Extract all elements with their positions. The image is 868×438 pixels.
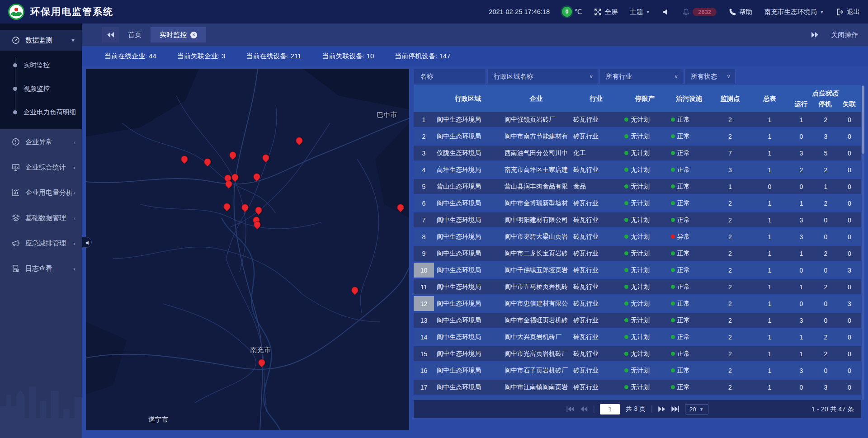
cell-region: 阆中生态环境局	[434, 212, 502, 227]
chevron-down-icon: ▼	[71, 38, 75, 43]
table-row[interactable]: 9阆中生态环境局阆中市二龙长宝页岩砖砖瓦行业无计划正常21120	[414, 246, 861, 261]
cell-facility-status: 正常	[668, 363, 710, 378]
next-page-button[interactable]	[658, 406, 665, 412]
cell-halt-count: 0	[814, 313, 838, 328]
total-pages-label: 共 3 页	[626, 405, 646, 413]
help-label: 帮助	[739, 8, 752, 16]
table-row[interactable]: 11阆中生态环境局阆中市五马桥页岩机砖砖瓦行业无计划正常21120	[414, 279, 861, 294]
fullscreen-button[interactable]: 全屏	[594, 8, 618, 16]
cell-stop-status: 无计划	[622, 229, 668, 244]
fullscreen-label: 全屏	[604, 8, 618, 16]
chevron-left-icon: ‹	[74, 240, 75, 247]
table-scrollbar[interactable]	[862, 85, 864, 400]
status-dot	[624, 168, 628, 172]
page-number-input[interactable]	[600, 404, 620, 414]
cell-monitor-points: 2	[710, 363, 750, 378]
cell-lost-count: 0	[838, 196, 861, 211]
sidebar-item-log-view[interactable]: 日志查看‹	[0, 256, 82, 281]
status-dot	[624, 385, 628, 389]
table-row[interactable]: 6阆中生态环境局阆中市金博瑞新型墙材砖瓦行业无计划正常21120	[414, 196, 861, 211]
industry-filter-select[interactable]: 所有行业 ∨	[599, 69, 683, 84]
map[interactable]: 巴中市南充市遂宁市	[86, 69, 409, 430]
cell-lost-count: 0	[838, 279, 861, 294]
cell-total-meters: 1	[750, 146, 789, 160]
sidebar-group-label: 数据监测	[25, 36, 52, 45]
table-row[interactable]: 7阆中生态环境局阆中明阳建材有限公司砖瓦行业无计划正常21300	[414, 212, 861, 227]
cell-monitor-points: 1	[710, 179, 750, 194]
help-button[interactable]: 帮助	[729, 8, 752, 16]
first-page-button[interactable]	[566, 406, 574, 412]
logout-button[interactable]: 退出	[836, 8, 860, 16]
notifications[interactable]: 2632	[682, 8, 717, 16]
tab-close-icon[interactable]: ✕	[190, 32, 197, 38]
cell-stop-status: 无计划	[622, 179, 668, 194]
table-row[interactable]: 2阆中生态环境局阆中市南方节能建材有砖瓦行业无计划正常21030	[414, 129, 861, 144]
table-row[interactable]: 18南部生态环境局南部县科华水泥有限公建材行业无计划正常21120	[414, 396, 861, 400]
tab-realtime-monitor[interactable]: 实时监控 ✕	[151, 27, 206, 42]
sidebar-item-base-data[interactable]: 基础数据管理‹	[0, 205, 82, 231]
table-row[interactable]: 10阆中生态环境局阆中千佛镇五郎垭页岩砖瓦行业无计划正常21003	[414, 263, 861, 278]
pagination-bar: 共 3 页 20 ▼ 1 - 20 共 47 条	[414, 400, 861, 418]
close-operations-button[interactable]: 关闭操作	[831, 31, 858, 39]
page-size-value: 20	[689, 406, 696, 413]
table-row[interactable]: 4高坪生态环境局南充市高坪区王家店建砖瓦行业无计划正常31220	[414, 162, 861, 177]
cell-facility-status: 异常	[668, 229, 710, 244]
double-right-arrow-icon[interactable]	[811, 32, 819, 38]
table-row[interactable]: 3仪陇生态环境局西南油气田分公司川中化工无计划正常71350	[414, 146, 861, 160]
cell-region: 阆中生态环境局	[434, 196, 502, 211]
prev-page-button[interactable]	[580, 406, 588, 412]
table-row[interactable]: 16阆中生态环境局阆中市石子页岩机砖厂砖瓦行业无计划正常21300	[414, 363, 861, 378]
sidebar-item-realtime-monitor[interactable]: 实时监控	[0, 53, 82, 77]
cell-total-meters: 1	[750, 129, 789, 144]
cell-total-meters: 1	[750, 313, 789, 328]
cell-seq: 8	[414, 229, 434, 244]
cell-region: 阆中生态环境局	[434, 279, 502, 294]
cell-region: 仪陇生态环境局	[434, 146, 502, 160]
status-filter-select[interactable]: 所有状态 ∨	[684, 69, 736, 84]
org-dropdown[interactable]: 南充市生态环境局 ▼	[764, 8, 824, 16]
col-company: 企业	[502, 85, 571, 112]
last-page-button[interactable]	[671, 406, 679, 412]
name-filter-input[interactable]	[420, 73, 481, 80]
cell-monitor-points: 2	[710, 380, 750, 395]
table-row[interactable]: 1阆中生态环境局阆中强锐页岩砖厂砖瓦行业无计划正常21120	[414, 112, 861, 127]
table-row[interactable]: 12阆中生态环境局阆中市忠信建材有限公砖瓦行业无计划正常21003	[414, 296, 861, 311]
sidebar-item-emergency-reduction[interactable]: 应急减排管理‹	[0, 231, 82, 256]
fullscreen-icon	[594, 8, 602, 16]
table-row[interactable]: 17阆中生态环境局阆中市江南镇阆南页岩砖瓦行业无计划正常21030	[414, 380, 861, 395]
table-row[interactable]: 5营山生态环境局营山县润丰肉食品有限食品无计划正常10010	[414, 179, 861, 194]
tab-home[interactable]: 首页	[119, 27, 151, 42]
chevron-down-icon: ▼	[820, 9, 824, 14]
cell-monitor-points: 2	[710, 396, 750, 400]
mute-button[interactable]	[662, 8, 670, 16]
tab-label: 实时监控	[160, 31, 187, 39]
cell-industry: 砖瓦行业	[571, 313, 622, 328]
table-row[interactable]: 14阆中生态环境局阆中大兴页岩机砖厂砖瓦行业无计划正常21120	[414, 330, 861, 344]
table-row[interactable]: 15阆中生态环境局阆中市光富页岩机砖厂砖瓦行业无计划正常21120	[414, 346, 861, 361]
sidebar-item-company-abnormal[interactable]: 企业异常‹	[0, 129, 82, 155]
name-filter[interactable]	[414, 69, 486, 84]
sidebar-item-power-analysis[interactable]: 企业用电量分析‹	[0, 180, 82, 205]
sidebar-item-power-load-detail[interactable]: 企业电力负荷明细	[0, 100, 82, 124]
cell-run-count: 1	[789, 396, 814, 400]
cell-run-count: 2	[789, 162, 814, 177]
status-dot	[671, 352, 675, 356]
page-size-select[interactable]: 20 ▼	[685, 404, 708, 414]
col-seq	[414, 85, 434, 112]
cell-total-meters: 1	[750, 196, 789, 211]
cell-region: 阆中生态环境局	[434, 129, 502, 144]
table-row[interactable]: 13阆中生态环境局阆中市金福旺页岩机砖砖瓦行业无计划正常21300	[414, 313, 861, 328]
col-monitor: 监测点	[710, 85, 750, 112]
tabs-scroll-left-button[interactable]	[102, 27, 119, 42]
theme-dropdown[interactable]: 主题 ▼	[630, 8, 650, 16]
sidebar-item-video-monitor[interactable]: 视频监控	[0, 77, 82, 100]
table-row[interactable]: 8阆中生态环境局阆中市枣碧大梁山页岩砖瓦行业无计划异常21300	[414, 229, 861, 244]
cell-lost-count: 0	[838, 162, 861, 177]
sidebar-group-data-monitor[interactable]: 数据监测 ▼	[0, 30, 82, 51]
skyline-decoration	[0, 352, 82, 438]
cell-company: 阆中强锐页岩砖厂	[502, 112, 571, 127]
cell-industry: 食品	[571, 179, 622, 194]
region-filter-select[interactable]: 行政区域名称 ∨	[487, 69, 598, 84]
chevron-left-icon: ‹	[74, 265, 75, 272]
sidebar-item-company-statistics[interactable]: 企业综合统计‹	[0, 155, 82, 180]
